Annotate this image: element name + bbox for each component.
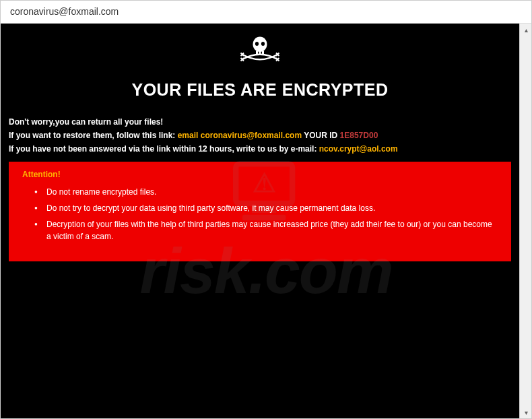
scroll-up-icon[interactable]: ▴ [520,24,531,36]
window-title: coronavirus@foxmail.com [10,6,119,17]
victim-id: 1E857D00 [340,131,378,140]
warning-item: Do not rename encrypted files. [34,186,498,198]
warning-item: Decryption of your files with the help o… [34,218,498,243]
primary-email: email coronavirus@foxmail.com [178,131,302,140]
warning-list: Do not rename encrypted files. Do not tr… [22,186,498,243]
intro-line-1: Don't worry,you can return all your file… [9,116,511,128]
warning-item: Do not try to decrypt your data using th… [34,202,498,214]
svg-point-4 [253,37,267,53]
svg-rect-7 [256,51,258,55]
warning-title: Attention! [22,170,498,179]
warning-box: Attention! Do not rename encrypted files… [9,162,511,261]
ransom-note: ⚠ risk.com [1,24,531,418]
intro-line-3: If you have not been answered via the li… [9,143,511,155]
pirate-skull-icon [1,24,519,75]
backup-email: ncov.crypt@aol.com [319,144,398,154]
intro-prefix-3: If you have not been answered via the li… [9,144,319,154]
intro-text: Don't worry,you can return all your file… [9,116,511,155]
intro-prefix-2: If you want to restore them, follow this… [9,131,178,140]
intro-line-2: If you want to restore them, follow this… [9,129,511,141]
scrollbar[interactable]: ▴ ▾ [519,24,531,418]
svg-point-6 [261,42,265,46]
scroll-down-icon[interactable]: ▾ [520,406,531,418]
svg-rect-9 [262,51,264,55]
svg-rect-8 [259,51,261,55]
window-frame: coronavirus@foxmail.com ⚠ risk.com [0,0,532,419]
main-heading: YOUR FILES ARE ENCRYPTED [1,80,519,100]
content-area: ⚠ risk.com [1,24,531,418]
svg-point-5 [255,42,259,46]
title-bar: coronavirus@foxmail.com [1,1,531,24]
your-id-label: YOUR ID [302,131,339,140]
